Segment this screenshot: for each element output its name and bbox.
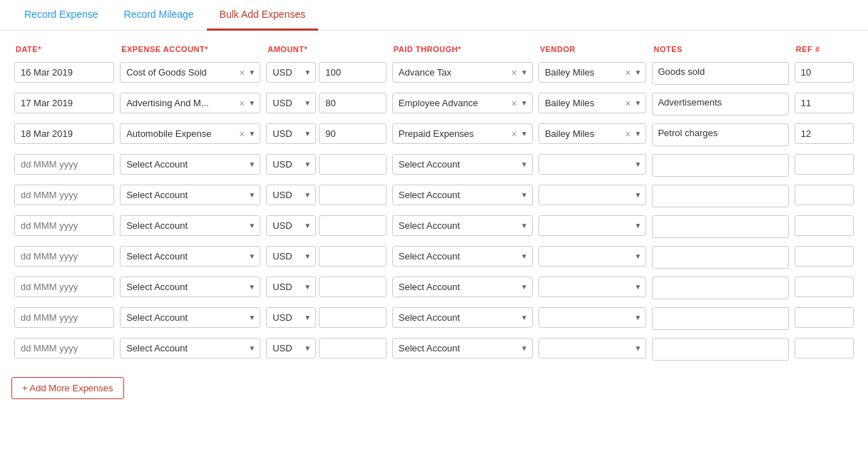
ref-input[interactable] bbox=[795, 154, 854, 175]
amount-input[interactable] bbox=[319, 307, 387, 328]
paid-through-clear[interactable]: × bbox=[509, 68, 519, 78]
date-input[interactable] bbox=[14, 338, 114, 359]
tab-record-mileage[interactable]: Record Mileage bbox=[111, 0, 207, 31]
tab-record-expense[interactable]: Record Expense bbox=[11, 0, 111, 31]
paid-through-select[interactable]: Select Account▼ bbox=[392, 338, 533, 359]
paid-through-select[interactable]: Prepaid Expenses×▼ bbox=[392, 123, 533, 144]
notes-textarea[interactable] bbox=[652, 338, 788, 361]
vendor-select[interactable]: ▼ bbox=[538, 307, 647, 328]
currency-select[interactable]: USDEURGBP▼ bbox=[266, 62, 316, 83]
date-input[interactable] bbox=[14, 154, 114, 175]
vendor-select[interactable]: ▼ bbox=[538, 215, 647, 236]
paid-through-select[interactable]: Select Account▼ bbox=[392, 246, 533, 267]
amount-input[interactable] bbox=[319, 93, 387, 113]
date-input[interactable] bbox=[14, 215, 114, 236]
expense-account-select[interactable]: Select Account▼ bbox=[120, 246, 260, 267]
date-input[interactable] bbox=[14, 246, 114, 267]
paid-through-select[interactable]: Select Account▼ bbox=[392, 154, 533, 175]
vendor-select[interactable]: ▼ bbox=[538, 185, 647, 205]
paid-through-clear[interactable]: × bbox=[509, 129, 519, 139]
amount-cell: USDEURGBP▼ bbox=[266, 277, 387, 297]
amount-cell: USDEURGBP▼ bbox=[266, 123, 387, 144]
amount-cell: USDEURGBP▼ bbox=[266, 154, 387, 175]
table-row: Select Account▼USDEURGBP▼Select Account▼… bbox=[11, 212, 857, 243]
expense-account-select[interactable]: Select Account▼ bbox=[120, 338, 260, 359]
amount-input[interactable] bbox=[319, 277, 387, 297]
notes-textarea[interactable] bbox=[652, 154, 788, 177]
currency-select[interactable]: USDEURGBP▼ bbox=[266, 93, 316, 113]
vendor-select[interactable]: Bailey Miles×▼ bbox=[538, 123, 647, 144]
currency-select[interactable]: USDEURGBP▼ bbox=[266, 215, 316, 236]
vendor-select[interactable]: ▼ bbox=[538, 246, 647, 267]
table-row: Select Account▼USDEURGBP▼Select Account▼… bbox=[11, 243, 857, 274]
amount-input[interactable] bbox=[319, 215, 387, 236]
vendor-select[interactable]: ▼ bbox=[538, 154, 647, 175]
notes-textarea[interactable] bbox=[652, 277, 788, 299]
expense-account-select[interactable]: Cost of Goods Sold×▼ bbox=[120, 62, 260, 83]
ref-input[interactable] bbox=[795, 123, 854, 144]
currency-select[interactable]: USDEURGBP▼ bbox=[266, 307, 316, 328]
tab-bulk-add-expenses[interactable]: Bulk Add Expenses bbox=[207, 0, 319, 31]
expense-account-select[interactable]: Select Account▼ bbox=[120, 215, 260, 236]
ref-input[interactable] bbox=[795, 338, 854, 359]
expense-account-clear[interactable]: × bbox=[237, 98, 247, 108]
ref-input[interactable] bbox=[795, 246, 854, 267]
notes-textarea[interactable] bbox=[652, 62, 788, 85]
amount-input[interactable] bbox=[319, 185, 387, 205]
currency-select[interactable]: USDEURGBP▼ bbox=[266, 338, 316, 359]
notes-textarea[interactable] bbox=[652, 307, 788, 330]
paid-through-select[interactable]: Advance Tax×▼ bbox=[392, 62, 533, 83]
amount-input[interactable] bbox=[319, 62, 387, 83]
add-more-expenses-button[interactable]: + Add More Expenses bbox=[11, 377, 124, 399]
expense-account-select[interactable]: Select Account▼ bbox=[120, 185, 260, 205]
vendor-clear[interactable]: × bbox=[623, 68, 633, 78]
paid-through-select[interactable]: Select Account▼ bbox=[392, 277, 533, 297]
date-input[interactable] bbox=[14, 123, 114, 144]
paid-through-select[interactable]: Select Account▼ bbox=[392, 307, 533, 328]
paid-through-select[interactable]: Select Account▼ bbox=[392, 185, 533, 205]
amount-input[interactable] bbox=[319, 123, 387, 144]
ref-input[interactable] bbox=[795, 62, 854, 83]
vendor-select[interactable]: Bailey Miles×▼ bbox=[538, 93, 647, 113]
vendor-select[interactable]: ▼ bbox=[538, 338, 647, 359]
expense-account-select[interactable]: Automobile Expense×▼ bbox=[120, 123, 260, 144]
expense-account-select[interactable]: Select Account▼ bbox=[120, 277, 260, 297]
ref-input[interactable] bbox=[795, 277, 854, 297]
expense-account-clear[interactable]: × bbox=[237, 129, 247, 139]
paid-through-select[interactable]: Select Account▼ bbox=[392, 215, 533, 236]
date-input[interactable] bbox=[14, 307, 114, 328]
date-input[interactable] bbox=[14, 185, 114, 205]
ref-input[interactable] bbox=[795, 215, 854, 236]
amount-input[interactable] bbox=[319, 338, 387, 359]
currency-select[interactable]: USDEURGBP▼ bbox=[266, 123, 316, 144]
notes-textarea[interactable] bbox=[652, 215, 788, 238]
tabs-bar: Record Expense Record Mileage Bulk Add E… bbox=[0, 0, 868, 31]
date-input[interactable] bbox=[14, 277, 114, 297]
amount-input[interactable] bbox=[319, 154, 387, 175]
currency-select[interactable]: USDEURGBP▼ bbox=[266, 154, 316, 175]
date-input[interactable] bbox=[14, 93, 114, 113]
paid-through-select[interactable]: Employee Advance×▼ bbox=[392, 93, 533, 113]
expense-account-clear[interactable]: × bbox=[237, 68, 247, 78]
currency-select[interactable]: USDEURGBP▼ bbox=[266, 185, 316, 205]
paid-through-clear[interactable]: × bbox=[509, 98, 519, 108]
amount-input[interactable] bbox=[319, 246, 387, 267]
notes-textarea[interactable] bbox=[652, 246, 788, 269]
notes-textarea[interactable] bbox=[652, 123, 788, 146]
expense-account-select[interactable]: Select Account▼ bbox=[120, 307, 260, 328]
currency-select[interactable]: USDEURGBP▼ bbox=[266, 246, 316, 267]
currency-select[interactable]: USDEURGBP▼ bbox=[266, 277, 316, 297]
notes-textarea[interactable] bbox=[652, 93, 788, 115]
vendor-clear[interactable]: × bbox=[623, 98, 633, 108]
notes-textarea[interactable] bbox=[652, 185, 788, 207]
date-input[interactable] bbox=[14, 62, 114, 83]
ref-input[interactable] bbox=[795, 185, 854, 205]
expense-account-select[interactable]: Advertising And M...×▼ bbox=[120, 93, 260, 113]
ref-input[interactable] bbox=[795, 307, 854, 328]
vendor-clear[interactable]: × bbox=[623, 129, 633, 139]
vendor-select[interactable]: Bailey Miles×▼ bbox=[538, 62, 647, 83]
vendor-select[interactable]: ▼ bbox=[538, 277, 647, 297]
ref-input[interactable] bbox=[795, 93, 854, 113]
expense-account-select[interactable]: Select Account▼ bbox=[120, 154, 260, 175]
table-row: Select Account▼USDEURGBP▼Select Account▼… bbox=[11, 274, 857, 304]
